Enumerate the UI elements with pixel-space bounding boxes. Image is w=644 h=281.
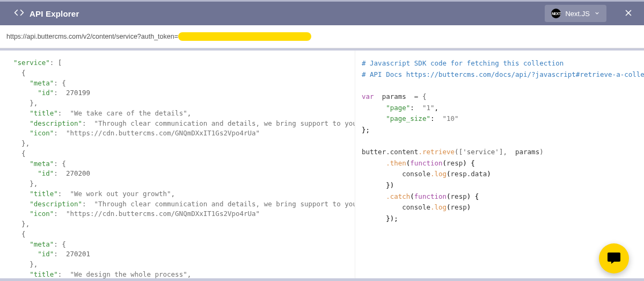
request-url: https://api.buttercms.com/v2/content/ser… [6,33,178,40]
close-button[interactable] [624,8,633,19]
bottom-border [0,278,644,281]
sdk-label: Next.JS [565,10,590,18]
request-url-bar[interactable]: https://api.buttercms.com/v2/content/ser… [0,25,644,48]
response-json: "service": [ { "meta": { "id": 270199 },… [0,51,355,279]
auth-token-redacted [178,32,311,41]
chat-launcher-button[interactable] [599,243,629,273]
chevron-down-icon [594,10,600,18]
chat-icon [606,250,621,267]
sdk-badge-icon: NEXT [551,9,561,18]
code-icon [14,8,24,19]
sdk-selector[interactable]: NEXT Next.JS [545,5,606,22]
header-bar: API Explorer NEXT Next.JS [0,2,644,25]
header-title: API Explorer [14,8,79,19]
sdk-code-panel: # Javascript SDK code for fetching this … [355,51,644,279]
content-panels: "service": [ { "meta": { "id": 270199 },… [0,48,644,279]
sdk-code-block: # Javascript SDK code for fetching this … [362,58,638,224]
response-panel[interactable]: "service": [ { "meta": { "id": 270199 },… [0,51,355,279]
page-title: API Explorer [30,9,79,18]
